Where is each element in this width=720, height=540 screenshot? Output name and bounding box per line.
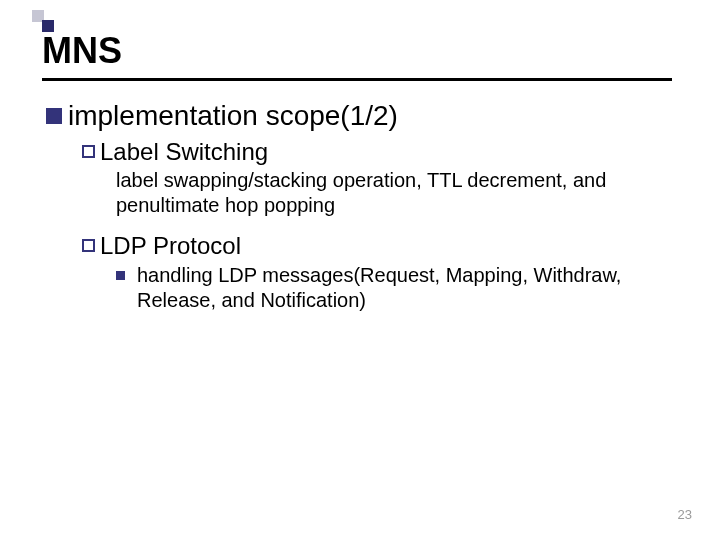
title-underline	[42, 78, 672, 81]
bullet-level2: LDP Protocol	[82, 232, 676, 260]
slide-title: MNS	[42, 32, 672, 70]
page-number: 23	[678, 507, 692, 522]
level2-heading: LDP Protocol	[100, 232, 241, 260]
level1-text: implementation scope(1/2)	[68, 100, 398, 132]
hollow-square-bullet-icon	[82, 145, 95, 158]
slide-body: implementation scope(1/2) Label Switchin…	[46, 100, 676, 313]
bullet-level3: label swapping/stacking operation, TTL d…	[116, 168, 676, 218]
slide-title-area: MNS	[42, 32, 672, 70]
level4-text: handling LDP messages(Request, Mapping, …	[137, 263, 676, 313]
bullet-level4: handling LDP messages(Request, Mapping, …	[116, 263, 676, 313]
bullet-level1: implementation scope(1/2)	[46, 100, 676, 132]
hollow-square-bullet-icon	[82, 239, 95, 252]
small-square-bullet-icon	[116, 271, 125, 280]
square-bullet-icon	[46, 108, 62, 124]
deco-square-dark	[42, 20, 54, 32]
level2-heading: Label Switching	[100, 138, 268, 166]
bullet-level2: Label Switching	[82, 138, 676, 166]
level3-text: label swapping/stacking operation, TTL d…	[116, 168, 676, 218]
slide: MNS implementation scope(1/2) Label Swit…	[0, 0, 720, 540]
